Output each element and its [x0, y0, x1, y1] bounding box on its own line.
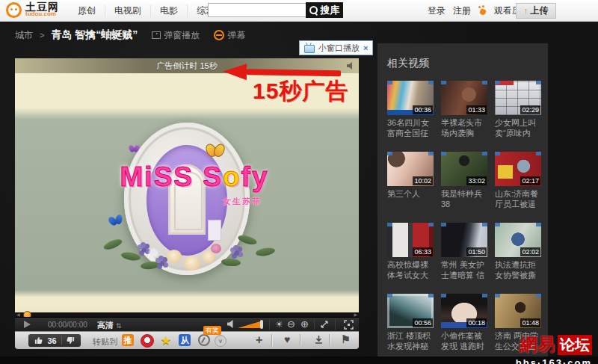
related-video-item[interactable]: 00:56 浙江 楼顶积水发现神秘“仙女 — [387, 294, 434, 351]
volume-handle[interactable] — [260, 320, 263, 329]
video-title[interactable]: 山东:济南餐厅员工被逼吞苍蝇 — [495, 188, 541, 209]
related-video-item[interactable]: 01:50 常州 美女护士遭暗算 信息被 — [441, 223, 487, 280]
share-tui-button[interactable]: 推 — [122, 334, 134, 346]
popup-play-link[interactable]: 弹窗播放 — [152, 29, 200, 42]
thumbs-down-icon[interactable] — [67, 336, 75, 345]
video-title[interactable]: 36名四川女富商全国征婚 — [387, 117, 434, 138]
video-title[interactable]: 少女网上叫卖“原味内衣” — [495, 117, 541, 138]
related-video-item[interactable]: 00:36 36名四川女富商全国征婚 — [387, 81, 434, 138]
video-thumbnail[interactable]: 00:18 — [441, 294, 487, 328]
share-expand-button[interactable]: ∨ — [215, 335, 226, 347]
history-paw-icon — [478, 6, 487, 15]
share-more-icon[interactable] — [198, 334, 210, 346]
duration-badge: 33:02 — [466, 176, 487, 185]
breadcrumb-channel[interactable]: 城市 — [15, 29, 33, 42]
popup-window-icon — [152, 31, 161, 39]
video-thumbnail[interactable]: 00:36 — [387, 81, 434, 115]
like-dislike-group: 36 — [28, 334, 81, 347]
duration-badge: 02:29 — [520, 105, 540, 114]
fullscreen-icon[interactable] — [344, 320, 354, 330]
register-link[interactable]: 注册 — [453, 4, 471, 17]
video-thumbnail[interactable]: 06:33 — [387, 223, 434, 257]
favorite-heart-button[interactable]: ♥ — [284, 333, 290, 345]
video-title[interactable]: 浙江 楼顶积水发现神秘“仙女 — [387, 330, 434, 351]
butterfly-purple-icon — [129, 145, 140, 154]
video-thumbnail[interactable]: 00:56 — [387, 294, 434, 328]
video-title[interactable]: 常州 美女护士遭暗算 信息被 — [441, 259, 487, 280]
reward-badge: 有奖 — [203, 326, 221, 335]
video-thumbnail[interactable]: 02:17 — [495, 152, 541, 186]
thumbs-up-icon[interactable] — [34, 336, 43, 345]
report-flag-button[interactable]: ⚑ — [341, 333, 351, 345]
close-icon[interactable]: × — [363, 43, 368, 52]
login-link[interactable]: 登录 — [428, 4, 446, 17]
brightness-icon[interactable]: ☀ — [275, 318, 283, 330]
video-player: 15秒广告 广告倒计时 15秒 MiSS Sofy 女生苏菲 ◀ ▶ — [15, 58, 359, 349]
share-renren-button[interactable]: 从 — [179, 334, 191, 346]
repost-label: 转贴到 — [93, 336, 117, 348]
rose-decor — [211, 244, 221, 253]
related-video-item[interactable]: 00:18 小偷作案被发现 逃跑时爆发 — [441, 294, 487, 351]
video-thumbnail[interactable]: 02:02 — [495, 223, 541, 257]
danmu-toggle[interactable]: 弹幕 — [214, 29, 245, 42]
duration-badge: 01:48 — [520, 318, 540, 327]
video-thumbnail[interactable]: 01:33 — [441, 81, 487, 115]
rose-decor — [167, 250, 182, 263]
share-weibo-button[interactable] — [141, 334, 154, 348]
video-title: 青岛 智擒“蚰蜒贼” — [51, 28, 138, 42]
related-video-item[interactable]: 06:33 高校惊爆裸体考试女大学生 — [387, 223, 434, 280]
like-count: 36 — [47, 336, 56, 345]
related-video-item[interactable]: 02:02 执法遭抗拒 女协警被撕破裤 — [495, 223, 541, 280]
leaf-decor — [102, 237, 123, 251]
mute-speaker-icon[interactable] — [347, 62, 354, 70]
video-thumbnail[interactable]: 02:29 — [495, 81, 541, 115]
leaf-decor — [221, 258, 241, 267]
video-thumbnail[interactable]: 01:48 — [495, 294, 541, 328]
video-thumbnail[interactable]: 01:50 — [441, 223, 487, 257]
search-button[interactable]: 搜库 — [306, 2, 343, 18]
related-video-item[interactable]: 02:17 山东:济南餐厅员工被逼吞苍蝇 — [495, 152, 541, 209]
share-qzone-button[interactable]: ★ — [160, 334, 172, 346]
video-title[interactable]: 小偷作案被发现 逃跑时爆发 — [441, 330, 487, 351]
ad-video-area[interactable]: MiSS Sofy 女生苏菲 — [15, 73, 359, 312]
related-video-item[interactable]: 10:02 第三个人 — [387, 152, 434, 209]
quality-selector[interactable]: 高清 ⇅ — [97, 320, 122, 331]
ad-countdown-text: 广告倒计时 15秒 — [156, 61, 217, 72]
tudou-logo[interactable]: 土豆网 tudou.com — [6, 2, 59, 18]
add-to-playlist-button[interactable]: + — [256, 333, 262, 347]
video-thumbnail[interactable]: 33:02 — [441, 152, 487, 186]
duration-badge: 01:33 — [466, 105, 487, 114]
time-display: 00:00/00:00 — [48, 321, 87, 329]
rose-decor — [184, 256, 200, 271]
resize-icon[interactable] — [320, 320, 329, 329]
video-title[interactable]: 第三个人 — [387, 188, 434, 209]
duration-badge: 00:18 — [466, 318, 487, 327]
upload-button[interactable]: ↑ 上传 — [516, 3, 556, 19]
video-title[interactable]: 执法遭抗拒 女协警被撕破裤 — [495, 259, 541, 280]
mini-window-tip[interactable]: 小窗口播放 × — [299, 40, 373, 55]
butterfly-yellow-icon — [206, 144, 224, 158]
volume-icon[interactable] — [227, 320, 235, 328]
video-title[interactable]: 我是特种兵 38 — [441, 188, 487, 209]
play-button[interactable] — [24, 321, 31, 328]
duration-badge: 00:36 — [413, 105, 433, 114]
logo-title: 土豆网 — [25, 3, 59, 10]
tudou-logo-icon — [6, 2, 22, 18]
volume-slider[interactable] — [238, 321, 260, 328]
nav-item-movies[interactable]: 电影 — [150, 4, 187, 17]
search-input[interactable] — [208, 3, 309, 17]
video-thumbnail[interactable]: 10:02 — [387, 152, 434, 186]
zoom-in-icon[interactable]: ⊕ — [300, 318, 309, 330]
mirror-cabinet — [208, 220, 221, 241]
zoom-out-icon[interactable]: ⊖ — [287, 318, 295, 330]
video-title[interactable]: 半裸老头市场内袭胸 — [441, 117, 487, 138]
download-button[interactable] — [314, 335, 324, 345]
related-video-item[interactable]: 33:02 我是特种兵 38 — [441, 152, 487, 209]
duration-badge: 02:17 — [520, 176, 540, 185]
tv-icon — [304, 45, 315, 53]
related-video-item[interactable]: 01:33 半裸老头市场内袭胸 — [441, 81, 487, 138]
video-title[interactable]: 高校惊爆裸体考试女大学生 — [387, 259, 434, 280]
nav-item-original[interactable]: 原创 — [69, 4, 105, 17]
nav-item-tv[interactable]: 电视剧 — [105, 4, 150, 17]
related-video-item[interactable]: 02:29 少女网上叫卖“原味内衣” — [495, 81, 541, 138]
